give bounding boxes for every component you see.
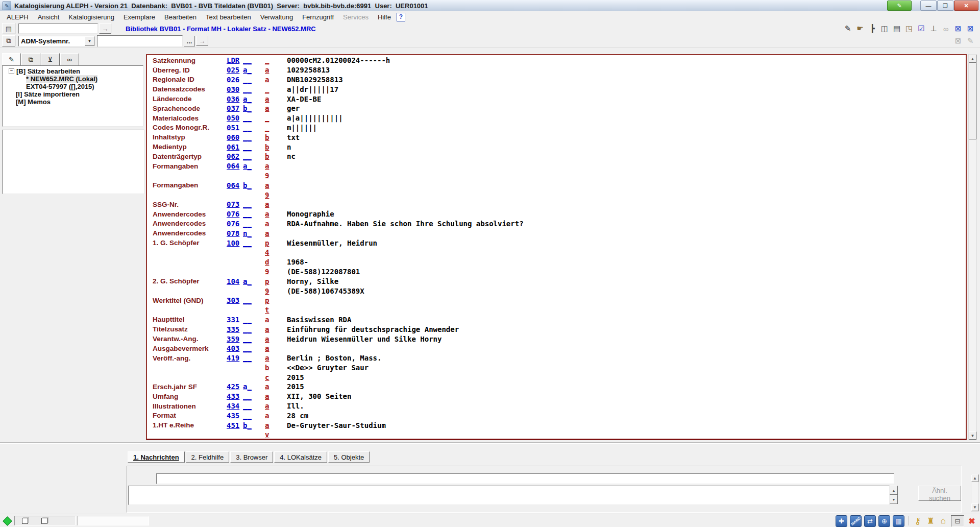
field-subfield-code[interactable]: a — [265, 162, 287, 170]
field-tag[interactable]: 073 — [227, 200, 243, 208]
field-value[interactable]: Ill. — [287, 402, 966, 410]
field-tag[interactable]: 078 — [227, 229, 243, 237]
load-record-icon[interactable]: ☛ — [854, 23, 866, 34]
field-indicator[interactable]: __ — [243, 210, 265, 218]
tab-search-records[interactable]: ∞ — [60, 53, 79, 66]
restore-button[interactable]: ❐ — [937, 1, 953, 11]
export-box-icon[interactable]: ◳ — [903, 23, 915, 34]
field-subfield-code[interactable]: p — [265, 296, 287, 304]
field-subfield-code[interactable]: a — [265, 220, 287, 228]
book-button[interactable]: ⧉ — [2, 35, 15, 46]
spinner-down-icon[interactable]: ▼ — [890, 495, 898, 504]
field-subfield-code[interactable]: v — [265, 430, 287, 439]
printer-icon[interactable]: ⊟ — [951, 515, 964, 527]
field-tag[interactable]: 076 — [227, 210, 243, 218]
field-indicator[interactable]: b_ — [243, 181, 265, 189]
field-indicator[interactable]: __ — [243, 344, 265, 352]
bottom-tab-3[interactable]: 3. Browser — [230, 451, 273, 463]
record-scrollbar[interactable]: ▲ ▼ — [968, 54, 977, 440]
globe-icon[interactable]: ⊕ — [878, 515, 890, 527]
field-tag[interactable]: 451 — [227, 421, 243, 429]
marc-icon[interactable]: MARC — [850, 515, 862, 527]
tab-copy-records[interactable]: ⧉ — [21, 53, 40, 66]
bottom-tab-5[interactable]: 5. Objekte — [328, 451, 370, 463]
field-indicator[interactable]: __ — [243, 402, 265, 410]
open-book-icon[interactable]: ◫ — [879, 23, 890, 34]
field-indicator[interactable]: __ — [243, 325, 265, 333]
field-subfield-code[interactable]: b — [265, 143, 287, 151]
scroll-up-icon[interactable]: ▲ — [969, 55, 976, 63]
record-bar-input[interactable] — [18, 23, 98, 34]
field-subfield-code[interactable]: a — [265, 66, 287, 74]
scroll-down-icon[interactable]: ▼ — [969, 432, 976, 440]
field-subfield-code[interactable]: a — [265, 316, 287, 324]
field-value[interactable]: a|a|||||||||| — [287, 114, 966, 122]
field-indicator[interactable]: __ — [243, 76, 265, 84]
field-indicator[interactable]: __ — [243, 354, 265, 362]
field-subfield-code[interactable]: a — [265, 354, 287, 362]
field-subfield-code[interactable]: b — [265, 364, 287, 372]
field-indicator[interactable]: __ — [243, 56, 265, 64]
field-indicator[interactable]: __ — [243, 133, 265, 141]
field-subfield-code[interactable]: _ — [265, 56, 287, 64]
tree-expander-icon[interactable]: − — [9, 68, 14, 74]
field-value[interactable]: Horny, Silke — [287, 277, 966, 285]
field-value[interactable]: Heidrun Wiesenmüller und Silke Horny — [287, 335, 966, 343]
menu-item-exemplare[interactable]: Exemplare — [119, 12, 160, 22]
field-tag[interactable]: 076 — [227, 220, 243, 228]
menu-item-text-bearbeiten[interactable]: Text bearbeiten — [201, 12, 256, 22]
push-record-icon[interactable]: ⊥ — [928, 23, 939, 34]
field-subfield-code[interactable]: a — [265, 181, 287, 189]
scroll-track[interactable] — [971, 482, 978, 504]
bottom-tab-1[interactable]: 1. Nachrichten — [128, 451, 185, 463]
tree-item[interactable]: * NEW652.MRC (Lokal) — [3, 75, 143, 83]
field-value[interactable]: De-Gruyter-Saur-Studium — [287, 421, 966, 429]
field-tag[interactable]: 403 — [227, 344, 243, 352]
menu-item-katalogisierung[interactable]: Katalogisierung — [64, 12, 119, 22]
record-tree-icon[interactable]: ┣ — [867, 23, 878, 34]
field-tag[interactable]: 030 — [227, 85, 243, 93]
field-indicator[interactable]: __ — [243, 412, 265, 420]
field-tag[interactable] — [227, 440, 243, 440]
field-subfield-code[interactable]: a — [265, 76, 287, 84]
field-subfield-code[interactable]: a — [265, 335, 287, 343]
field-subfield-code[interactable]: t — [265, 306, 287, 314]
menu-item-verwaltung[interactable]: Verwaltung — [256, 12, 298, 22]
field-subfield-code[interactable]: b — [265, 152, 287, 160]
key-icon[interactable]: ⚷ — [913, 516, 923, 526]
bank-icon[interactable]: ⌂ — [938, 516, 948, 526]
field-value[interactable]: RDA-Aufnahme. Haben Sie schon Ihre Schul… — [287, 220, 966, 228]
tree-item[interactable]: [M] Memos — [3, 98, 143, 106]
field-subfield-code[interactable]: d — [265, 258, 287, 266]
field-value[interactable]: nc — [287, 152, 966, 160]
menu-item-aleph[interactable]: ALEPH — [2, 12, 33, 22]
record-list-button[interactable]: ▤ — [2, 23, 15, 34]
field-tag[interactable]: 303 — [227, 296, 243, 304]
field-tag[interactable]: 037 — [227, 104, 243, 112]
field-subfield-code[interactable]: a — [265, 95, 287, 103]
field-value[interactable]: a||dr|||||17 — [287, 85, 966, 93]
field-subfield-code[interactable]: 9 — [265, 287, 287, 295]
field-indicator[interactable]: a_ — [243, 277, 265, 285]
field-value[interactable]: Monographie — [287, 210, 966, 218]
menu-item-bearbeiten[interactable]: Bearbeiten — [160, 12, 201, 22]
field-value[interactable]: m|||||| — [287, 124, 966, 132]
message-area-field[interactable] — [128, 486, 890, 505]
field-subfield-code[interactable]: 9 — [265, 172, 287, 180]
field-tag[interactable]: 335 — [227, 325, 243, 333]
tab-import-records[interactable]: ⊻ — [41, 53, 60, 66]
field-value[interactable]: (DE-588)122087801 — [287, 268, 966, 276]
field-subfield-code[interactable]: a — [265, 402, 287, 410]
table-icon[interactable]: ▦ — [893, 515, 904, 527]
field-tag[interactable]: 060 — [227, 133, 243, 141]
swap-icon[interactable]: ⇄ — [864, 515, 876, 527]
field-subfield-code[interactable]: _ — [265, 85, 287, 93]
field-indicator[interactable]: a_ — [243, 66, 265, 74]
minimize-button[interactable]: — — [920, 1, 937, 11]
scroll-down-icon[interactable]: ▼ — [971, 504, 978, 511]
field-value[interactable]: XA-DE-BE — [287, 95, 966, 103]
field-subfield-code[interactable]: b — [265, 133, 287, 141]
edit-record-icon[interactable]: ✎ — [842, 23, 853, 34]
field-tag[interactable]: 433 — [227, 392, 243, 400]
tree-item[interactable]: EXT04-57997 ([],2015) — [3, 83, 143, 90]
